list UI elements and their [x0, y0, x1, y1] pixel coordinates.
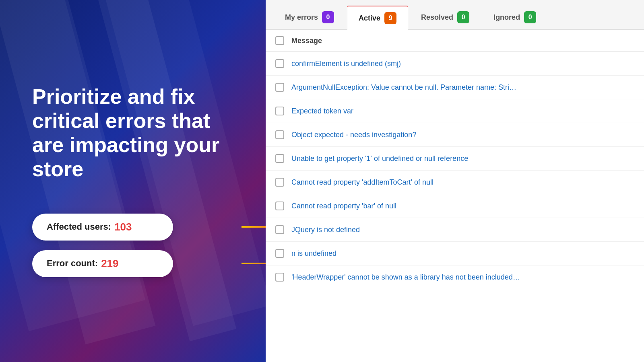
error-message: Cannot read property 'bar' of null: [291, 202, 634, 210]
error-message: 'HeaderWrapper' cannot be shown as a lib…: [291, 273, 634, 282]
left-panel: Prioritize and fix critical errors that …: [0, 0, 266, 362]
header-checkbox-col: [275, 36, 291, 45]
tab-my-errors-label: My errors: [285, 13, 318, 22]
tab-my-errors-badge: 0: [322, 11, 334, 23]
table-row[interactable]: confirmElement is undefined (smj): [266, 52, 644, 76]
right-panel: My errors 0 Active 9 Resolved 0 Ignored …: [266, 0, 644, 362]
tab-ignored-label: Ignored: [493, 13, 520, 22]
table-row[interactable]: Object expected - needs investigation?: [266, 123, 644, 147]
table-row[interactable]: n is undefined: [266, 242, 644, 265]
row-checkbox[interactable]: [275, 130, 284, 139]
error-table: Message confirmElement is undefined (smj…: [266, 30, 644, 362]
error-message: Expected token var: [291, 107, 634, 115]
tab-resolved[interactable]: Resolved 0: [410, 6, 481, 29]
tab-resolved-label: Resolved: [421, 13, 453, 22]
error-count-label: Error count:: [47, 258, 98, 269]
table-row[interactable]: Unable to get property '1' of undefined …: [266, 147, 644, 171]
table-row[interactable]: Cannot read property 'bar' of null: [266, 194, 644, 218]
connector-line-2: [242, 263, 266, 264]
error-count-card: Error count: 219: [32, 250, 173, 277]
row-checkbox[interactable]: [275, 107, 284, 115]
tab-active[interactable]: Active 9: [347, 6, 408, 30]
error-count-row: Error count: 219: [32, 250, 242, 277]
error-message: confirmElement is undefined (smj): [291, 60, 634, 68]
error-message: Unable to get property '1' of undefined …: [291, 154, 634, 163]
row-checkbox[interactable]: [275, 154, 284, 163]
affected-users-label: Affected users:: [47, 222, 111, 232]
row-checkbox[interactable]: [275, 249, 284, 258]
hero-heading: Prioritize and fix critical errors that …: [32, 85, 242, 181]
row-checkbox[interactable]: [275, 225, 284, 234]
tab-ignored-badge: 0: [524, 11, 536, 23]
error-message: ArgumentNullException: Value cannot be n…: [291, 83, 634, 92]
tab-resolved-badge: 0: [457, 11, 469, 23]
table-row[interactable]: JQuery is not defined: [266, 218, 644, 242]
table-row[interactable]: Cannot read property 'addItemToCart' of …: [266, 171, 644, 194]
tab-my-errors[interactable]: My errors 0: [274, 6, 345, 29]
error-count-value: 219: [101, 257, 118, 270]
error-message: Cannot read property 'addItemToCart' of …: [291, 178, 634, 187]
table-header: Message: [266, 30, 644, 52]
connector-line-1: [242, 226, 266, 228]
tab-ignored[interactable]: Ignored 0: [482, 6, 547, 29]
error-message: n is undefined: [291, 249, 634, 258]
table-row[interactable]: 'HeaderWrapper' cannot be shown as a lib…: [266, 265, 644, 289]
error-message: JQuery is not defined: [291, 226, 634, 234]
tab-active-badge: 9: [384, 12, 396, 24]
affected-users-row: Affected users: 103: [32, 214, 242, 241]
row-checkbox[interactable]: [275, 273, 284, 282]
row-checkbox[interactable]: [275, 83, 284, 92]
table-row[interactable]: ArgumentNullException: Value cannot be n…: [266, 76, 644, 99]
header-message-col: Message: [291, 37, 634, 45]
row-checkbox[interactable]: [275, 59, 284, 68]
row-checkbox[interactable]: [275, 178, 284, 187]
select-all-checkbox[interactable]: [275, 36, 284, 45]
error-message: Object expected - needs investigation?: [291, 131, 634, 139]
tabs-bar: My errors 0 Active 9 Resolved 0 Ignored …: [266, 0, 644, 30]
table-row[interactable]: Expected token var: [266, 99, 644, 123]
row-checkbox[interactable]: [275, 202, 284, 210]
affected-users-value: 103: [114, 221, 132, 233]
affected-users-card: Affected users: 103: [32, 214, 173, 241]
stats-container: Affected users: 103 Error count: 219: [32, 214, 242, 277]
tab-active-label: Active: [359, 14, 380, 23]
